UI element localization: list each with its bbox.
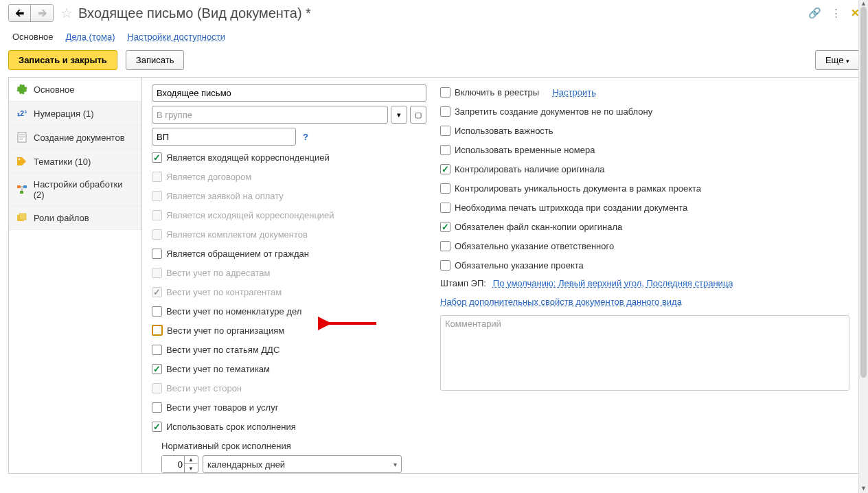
checkbox-contractors	[152, 287, 162, 297]
sidebar-label: Нумерация (1)	[34, 108, 94, 119]
tag-icon	[16, 155, 28, 168]
sidebar-label: Создание документов	[34, 133, 125, 143]
chevron-down-icon: ▾	[393, 461, 397, 468]
sidebar-item-processing[interactable]: Настройки обработки (2)	[9, 174, 141, 206]
checkbox-scan-required[interactable]	[440, 222, 450, 232]
favorite-star-icon[interactable]: ☆	[60, 5, 73, 21]
stamp-label: Штамп ЭП:	[440, 278, 486, 288]
sidebar-item-topics[interactable]: Тематики (10)	[9, 150, 141, 174]
checkbox-contract	[152, 172, 162, 182]
checkbox-citizen-appeal[interactable]	[152, 249, 162, 259]
checkbox-temp-numbers[interactable]	[440, 145, 450, 155]
gear-icon	[16, 83, 28, 95]
checkbox-uniqueness[interactable]	[440, 183, 450, 194]
svg-rect-2	[19, 137, 25, 137]
window-title: Входящее письмо (Вид документа) *	[78, 5, 311, 21]
document-icon	[16, 131, 28, 144]
link-icon[interactable]: 🔗	[808, 7, 821, 19]
menu-dots-icon[interactable]: ⋮	[831, 7, 841, 19]
sidebar-item-create-docs[interactable]: Создание документов	[9, 126, 141, 150]
stamp-link[interactable]: По умолчанию: Левый верхний угол, Послед…	[493, 278, 733, 288]
configure-registries-link[interactable]: Настроить	[552, 87, 596, 98]
checkbox-deadline[interactable]	[152, 422, 162, 432]
checkbox-responsible[interactable]	[440, 241, 450, 251]
sidebar-item-file-roles[interactable]: Роли файлов	[9, 206, 141, 230]
checkbox-organizations[interactable]	[152, 325, 163, 336]
code-input[interactable]	[152, 128, 296, 146]
checkbox-registries[interactable]	[440, 87, 450, 98]
tab-access[interactable]: Настройки доступности	[127, 32, 225, 42]
spin-down[interactable]: ▼	[185, 464, 197, 472]
group-open-button[interactable]: ▢	[410, 106, 426, 124]
svg-rect-7	[20, 191, 23, 194]
checkbox-outgoing	[152, 210, 162, 220]
comment-textarea[interactable]	[440, 315, 849, 391]
deadline-spinner[interactable]: ▲▼	[161, 455, 198, 473]
sidebar-label: Тематики (10)	[34, 157, 91, 167]
sidebar-item-numbering[interactable]: ₁2³ Нумерация (1)	[9, 102, 141, 126]
sidebar-label: Основное	[34, 84, 75, 95]
deadline-unit-select[interactable]: календарных дней ▾	[203, 455, 402, 473]
svg-rect-3	[19, 139, 23, 139]
name-input[interactable]	[152, 84, 426, 102]
tab-main[interactable]: Основное	[12, 32, 54, 42]
numbering-icon: ₁2³	[16, 107, 28, 119]
svg-rect-9	[19, 214, 26, 220]
save-close-button[interactable]: Записать и закрыть	[8, 50, 117, 70]
nav-forward-button[interactable]: 🡲	[31, 5, 53, 21]
more-button[interactable]: Еще ▾	[815, 50, 860, 70]
checkbox-topics[interactable]	[152, 364, 162, 374]
checkbox-project[interactable]	[440, 260, 450, 271]
svg-rect-6	[23, 185, 27, 188]
checkbox-barcode[interactable]	[440, 203, 450, 213]
svg-rect-1	[19, 135, 25, 135]
help-icon[interactable]: ?	[303, 132, 308, 142]
sidebar-label: Роли файлов	[34, 213, 89, 223]
norm-deadline-label: Нормативный срок исполнения	[161, 441, 426, 451]
group-input[interactable]	[152, 106, 388, 124]
checkbox-doc-set	[152, 229, 162, 240]
flow-icon	[16, 183, 28, 196]
svg-rect-5	[17, 185, 21, 188]
nav-back-button[interactable]: 🡰	[9, 5, 31, 21]
group-dropdown-button[interactable]: ▾	[391, 106, 407, 124]
checkbox-parties	[152, 383, 162, 393]
checkbox-addressees	[152, 268, 162, 278]
deadline-value[interactable]	[162, 456, 184, 472]
checkbox-original-control[interactable]	[440, 164, 450, 174]
svg-point-4	[19, 159, 20, 160]
checkbox-importance[interactable]	[440, 126, 450, 136]
checkbox-incoming[interactable]	[152, 152, 162, 163]
checkbox-template-only[interactable]	[440, 106, 450, 117]
checkbox-nomenclature[interactable]	[152, 306, 162, 317]
checkbox-dds[interactable]	[152, 345, 162, 355]
sidebar-label: Настройки обработки (2)	[34, 179, 135, 200]
spin-up[interactable]: ▲	[185, 456, 197, 464]
extra-props-link[interactable]: Набор дополнительных свойств документов …	[440, 297, 682, 307]
save-button[interactable]: Записать	[126, 50, 185, 70]
checkbox-goods[interactable]	[152, 402, 162, 413]
sidebar-item-main[interactable]: Основное	[9, 78, 141, 102]
checkbox-payment-request	[152, 191, 162, 201]
tab-cases[interactable]: Дела (тома)	[66, 32, 115, 42]
files-icon	[16, 211, 28, 224]
scroll-thumb[interactable]	[860, 7, 867, 378]
page-scrollbar[interactable]: ▲ ▼	[858, 0, 868, 474]
